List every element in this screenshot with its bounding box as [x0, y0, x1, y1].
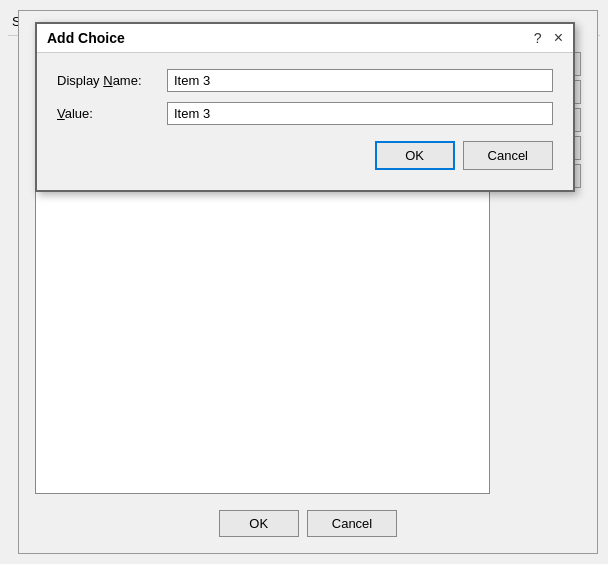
display-name-row: Display Name: — [57, 69, 553, 92]
display-name-input[interactable] — [167, 69, 553, 92]
help-icon[interactable]: ? — [534, 30, 542, 46]
value-input[interactable] — [167, 102, 553, 125]
add-choice-dialog: Add Choice ? × Display Name: Value: OK C… — [35, 22, 575, 192]
dialog-buttons: OK Cancel — [57, 141, 553, 170]
close-icon[interactable]: × — [554, 30, 563, 46]
dialog-cancel-button[interactable]: Cancel — [463, 141, 553, 170]
value-label: Value: — [57, 106, 167, 121]
dialog-ok-button[interactable]: OK — [375, 141, 455, 170]
dialog-body: Display Name: Value: OK Cancel — [37, 53, 573, 190]
dialog-title: Add Choice — [47, 30, 125, 46]
value-row: Value: — [57, 102, 553, 125]
dialog-title-controls: ? × — [534, 30, 563, 46]
main-cancel-button[interactable]: Cancel — [307, 510, 397, 537]
main-ok-button[interactable]: OK — [219, 510, 299, 537]
bottom-buttons: OK Cancel — [35, 510, 581, 537]
dialog-titlebar: Add Choice ? × — [37, 24, 573, 53]
display-name-label: Display Name: — [57, 73, 167, 88]
